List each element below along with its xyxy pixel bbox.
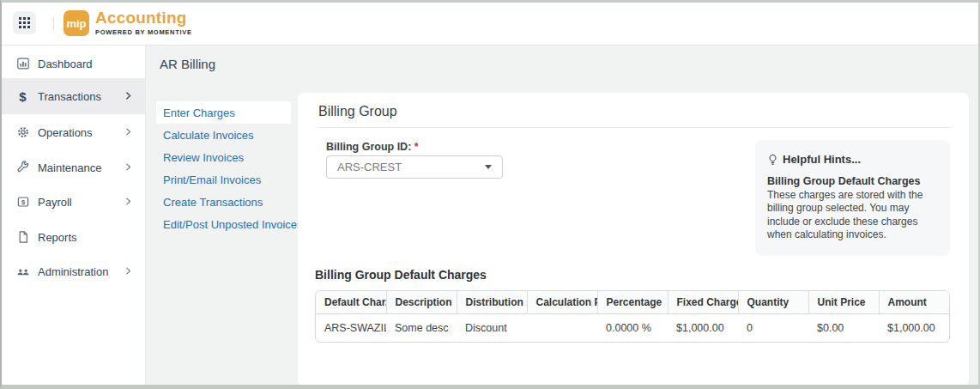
col-description: Description [386, 291, 457, 313]
section-title: Billing Group [318, 104, 397, 119]
chevron-right-icon [124, 161, 133, 174]
topbar-divider [53, 17, 54, 30]
payroll-icon: $ [15, 195, 30, 210]
sidebar-item-operations[interactable]: Operations [2, 115, 145, 149]
default-charges-table: Default Char... Description Distribution… [315, 290, 950, 343]
cell-quantity: 0 [738, 313, 808, 342]
app-window: mip Accounting POWERED BY MOMENTIVE Dash… [0, 0, 980, 389]
cell-amount: $1,000.00 [879, 313, 949, 342]
sidebar-item-administration[interactable]: Administration [2, 254, 145, 289]
wrench-icon [15, 161, 30, 175]
col-unit-price: Unit Price [808, 291, 879, 313]
document-icon [15, 230, 30, 245]
app-name: Accounting [95, 9, 192, 27]
billing-group-id-label: Billing Group ID: * [326, 141, 419, 153]
app-launcher-button[interactable] [13, 11, 36, 34]
hints-title-row: Helpful Hints... [767, 153, 938, 166]
subnav-item-print-email-invoices[interactable]: Print/Email Invoices [156, 168, 291, 191]
brand-tagline: POWERED BY MOMENTIVE [95, 28, 192, 36]
sidebar-item-label: Payroll [38, 196, 72, 209]
hints-title: Helpful Hints... [783, 153, 861, 166]
sidebar-item-reports[interactable]: Reports [2, 220, 145, 254]
chevron-right-icon [124, 90, 133, 103]
required-marker: * [414, 141, 419, 153]
chevron-right-icon [124, 126, 133, 139]
svg-text:$: $ [21, 198, 25, 206]
cell-unit-price: $0.00 [808, 313, 879, 342]
subnav-item-edit-post-unposted-invoices[interactable]: Edit/Post Unposted Invoices [156, 213, 291, 235]
table-header-row: Default Char... Description Distribution… [316, 291, 949, 313]
dashboard-icon [15, 57, 30, 71]
col-calculation: Calculation P... [527, 291, 597, 313]
billing-group-id-dropdown[interactable]: ARS-CREST [326, 155, 503, 179]
sidebar-item-label: Reports [38, 231, 77, 244]
people-icon [15, 264, 30, 279]
sidebar-item-maintenance[interactable]: Maintenance [2, 150, 145, 185]
col-quantity: Quantity [738, 291, 808, 313]
sidebar-item-label: Maintenance [38, 161, 101, 174]
subnav-item-create-transactions[interactable]: Create Transactions [156, 191, 291, 213]
top-bar: mip Accounting POWERED BY MOMENTIVE [2, 3, 978, 46]
cell-calculation [527, 313, 597, 342]
grid-icon [19, 17, 30, 28]
brand-block: Accounting POWERED BY MOMENTIVE [95, 9, 192, 36]
cell-default-charge: ARS-SWAZIL [316, 313, 386, 342]
col-fixed-charge: Fixed Charge [668, 291, 738, 313]
sidebar-item-transactions[interactable]: $ Transactions [2, 78, 145, 114]
default-charges-table-title: Billing Group Default Charges [315, 268, 487, 282]
cell-description: Some desc [386, 313, 457, 342]
col-default-charge: Default Char... [316, 291, 386, 313]
gear-icon [15, 125, 30, 140]
page-title: AR Billing [160, 57, 215, 71]
sidebar-item-label: Operations [38, 126, 93, 139]
helpful-hints-box: Helpful Hints... Billing Group Default C… [755, 140, 950, 256]
sidebar-item-dashboard[interactable]: Dashboard [2, 46, 145, 81]
table-row[interactable]: ARS-SWAZIL Some desc Discount 0.0000 % $… [316, 313, 949, 342]
sidebar-item-label: Administration [38, 265, 108, 278]
dollar-icon: $ [15, 89, 30, 104]
caret-down-icon [485, 165, 492, 169]
mip-logo: mip [64, 10, 89, 36]
col-amount: Amount [879, 291, 949, 313]
subnav-item-calculate-invoices[interactable]: Calculate Invoices [156, 124, 291, 146]
col-distribution: Distribution ... [457, 291, 527, 313]
hints-body: These charges are stored with the billin… [767, 189, 938, 241]
sidebar-item-label: Transactions [38, 90, 101, 103]
field-label-text: Billing Group ID: [326, 141, 411, 153]
billing-group-panel: Billing Group Billing Group ID: * ARS-CR… [298, 93, 969, 386]
sidebar-item-label: Dashboard [38, 58, 93, 70]
subnav-item-enter-charges[interactable]: Enter Charges [156, 101, 291, 124]
col-percentage: Percentage [597, 291, 668, 313]
cell-distribution: Discount [457, 313, 527, 342]
cell-fixed-charge: $1,000.00 [668, 313, 738, 342]
dropdown-selected-value: ARS-CREST [337, 161, 485, 173]
hints-subtitle: Billing Group Default Charges [767, 175, 938, 187]
chevron-right-icon [124, 265, 133, 278]
subnav-item-review-invoices[interactable]: Review Invoices [156, 146, 291, 168]
section-divider [318, 127, 950, 128]
cell-percentage: 0.0000 % [597, 313, 668, 342]
sidebar-item-payroll[interactable]: $ Payroll [2, 185, 145, 219]
chevron-right-icon [124, 196, 133, 209]
lightbulb-icon [767, 154, 778, 166]
sidebar: Dashboard $ Transactions Operations [2, 46, 146, 389]
